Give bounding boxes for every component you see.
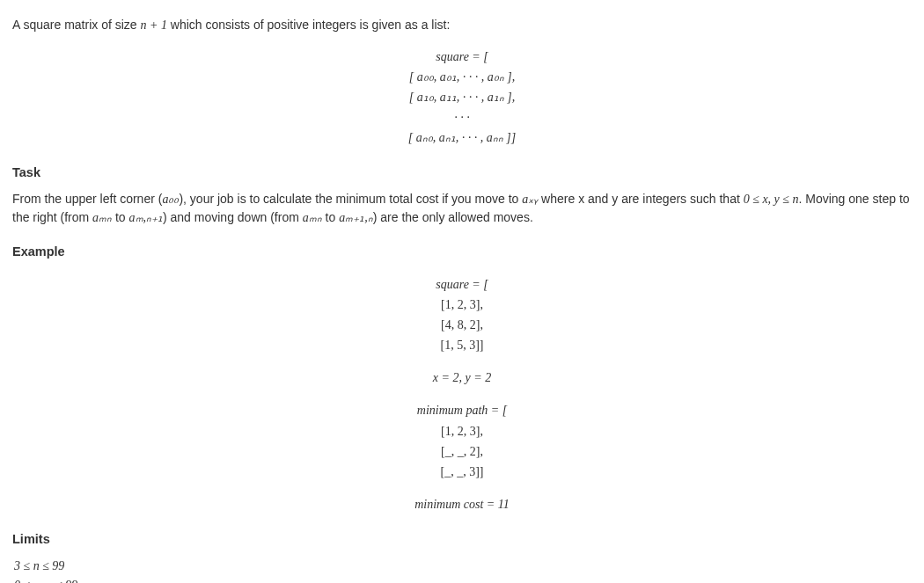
limits-block: 3 ≤ n ≤ 99 0 ≤ aₘₙ ≤ 99	[14, 557, 912, 583]
task-range: 0 ≤ x, y ≤ n	[744, 193, 799, 206]
limits-l1: 3 ≤ n ≤ 99	[14, 559, 64, 572]
task-amn: aₘₙ	[92, 211, 112, 224]
example-square-r2: [1, 5, 3]]	[12, 335, 912, 355]
example-cost: minimum cost = 11	[12, 494, 912, 514]
example-minpath-label: minimum path = [	[12, 400, 912, 420]
example-minpath-r1: [_, _, 2],	[12, 441, 912, 462]
example-square-r0: [1, 2, 3],	[12, 295, 912, 315]
matrix-rown: [ aₙ₀, aₙ₁, · · · , aₙₙ ]]	[12, 128, 912, 148]
task-axy: aₓᵧ	[522, 193, 538, 206]
example-minpath: minimum path = [ [1, 2, 3], [_, _, 2], […	[12, 400, 912, 481]
example-minpath-r0: [1, 2, 3],	[12, 421, 912, 441]
task-a00: a₀₀	[162, 193, 179, 206]
example-square-label: square = [	[12, 274, 912, 295]
task-text: ), your job is to calculate the minimum …	[179, 192, 522, 206]
example-heading: Example	[12, 243, 912, 262]
task-text: ) and moving down (from	[163, 210, 303, 224]
matrix-dots: · · ·	[12, 107, 912, 128]
task-am1n: aₘ₊₁,ₙ	[339, 211, 373, 224]
task-paragraph: From the upper left corner (a₀₀), your j…	[12, 190, 912, 227]
intro-text-b: which consists of positive integers is g…	[167, 18, 450, 32]
task-text: to	[322, 210, 339, 224]
example-cost-value: minimum cost = 11	[12, 494, 912, 514]
intro-text-a: A square matrix of size	[12, 18, 141, 32]
task-text: where x and y are integers such that	[538, 192, 743, 206]
task-text: to	[112, 210, 128, 224]
intro-n-expr: n + 1	[141, 18, 167, 32]
example-minpath-r2: [_, _, 3]]	[12, 462, 912, 482]
matrix-line0: square = [	[12, 47, 912, 67]
task-amn2: aₘₙ	[303, 211, 322, 224]
task-text: From the upper left corner (	[12, 192, 162, 206]
example-xy: x = 2, y = 2	[12, 368, 912, 388]
matrix-definition: square = [ [ a₀₀, a₀₁, · · · , a₀ₙ ], [ …	[12, 47, 912, 148]
limits-l2: 0 ≤ aₘₙ ≤ 99	[14, 579, 77, 583]
example-square-r1: [4, 8, 2],	[12, 315, 912, 335]
intro-paragraph: A square matrix of size n + 1 which cons…	[12, 16, 912, 34]
task-heading: Task	[12, 164, 912, 183]
limits-heading: Limits	[12, 530, 912, 550]
example-xy-value: x = 2, y = 2	[12, 368, 912, 388]
task-amn1: aₘ,ₙ₊₁	[129, 211, 164, 224]
matrix-row0: [ a₀₀, a₀₁, · · · , a₀ₙ ],	[12, 67, 912, 87]
matrix-row1: [ a₁₀, a₁₁, · · · , a₁ₙ ],	[12, 87, 912, 107]
task-text: ) are the only allowed moves.	[373, 210, 533, 224]
example-square: square = [ [1, 2, 3], [4, 8, 2], [1, 5, …	[12, 274, 912, 355]
